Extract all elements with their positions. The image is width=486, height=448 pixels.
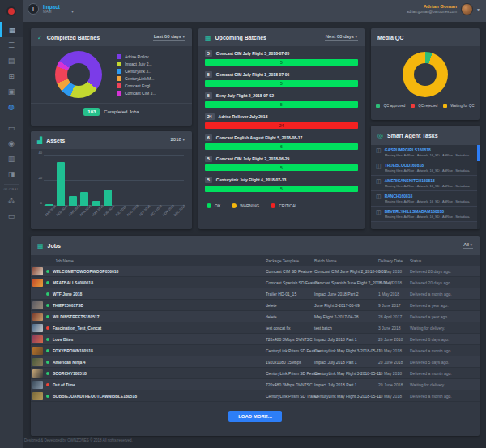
load-more-button[interactable]: LOAD MORE... xyxy=(228,411,282,422)
sidebar-item-review[interactable]: ◉ xyxy=(0,135,23,151)
task-text: RANCH160818Missing files: AdRise - Artwo… xyxy=(385,194,471,203)
status-dot xyxy=(46,383,49,386)
sidebar-item-calendar[interactable]: ▣ xyxy=(0,83,23,99)
sidebar-item-screens[interactable]: ▭ xyxy=(0,208,23,224)
job-name-cell: WELCOMETOWOOPWOOP050618 xyxy=(31,267,266,275)
x-tick-label: MAR 2018 xyxy=(67,208,76,217)
sidebar-item-dashboard[interactable]: ▦ xyxy=(0,22,23,37)
job-thumbnail xyxy=(32,301,43,309)
legend-item: CenturyLink M... xyxy=(117,76,156,81)
scrollbar-thumb[interactable] xyxy=(477,145,480,161)
batch-name-cell: May Flight 2-2017-04-28 xyxy=(314,314,378,319)
sidebar-item-web[interactable]: ◍ xyxy=(0,99,23,114)
table-row[interactable]: WELCOMETOWOOPWOOP050618Comcast CIM SD Fe… xyxy=(31,266,480,277)
y-tick-label: 0 xyxy=(36,201,42,205)
upcoming-batch-item[interactable]: 5Comcast CIM July Flight 5_2018-07-205 xyxy=(205,50,358,66)
user-email: adrian.goman@ownzones.com xyxy=(407,10,457,15)
table-row[interactable]: Fascination_Test_Concattest concat fixte… xyxy=(31,322,480,334)
table-row[interactable]: BOBBIEJOANDTHEOUTLAWNIBBLE180518CenturyL… xyxy=(31,390,480,402)
job-name: Love Bites xyxy=(53,337,73,342)
sidebar-item-library[interactable]: ▥ xyxy=(0,151,23,166)
progress-bar: 6 xyxy=(205,143,358,150)
smart-task-item[interactable]: ◫RANCH160818Missing files: AdRise - Artw… xyxy=(371,191,480,207)
upcoming-batch-item[interactable]: 5Centurylink July Flight 4_2018-07-135 xyxy=(205,177,358,192)
job-thumbnail xyxy=(32,279,43,287)
sidebar-item-storage[interactable]: ▤ xyxy=(0,53,23,68)
legend-label: Comcast CIM J... xyxy=(125,91,156,96)
bar xyxy=(104,190,112,206)
job-name-cell: Love Bites xyxy=(31,335,266,343)
jobs-table-header: Job Name Package Template Batch Name Del… xyxy=(31,255,480,266)
delivery-date-cell: 1 May 2018 xyxy=(378,292,407,297)
job-name-cell: THIEF150617SD xyxy=(31,301,266,309)
table-row[interactable]: Love Bites720x480 3Mbps DVNTSCImpact Jul… xyxy=(31,334,480,345)
batch-name: Comcast English August Flight 5_2018-08-… xyxy=(216,135,303,140)
table-row[interactable]: American Ninja 41920x1080 15MbpsImpact J… xyxy=(31,356,480,368)
sidebar-item-batches[interactable]: ☰ xyxy=(0,37,23,53)
upcoming-range-dropdown[interactable]: Next 60 days ▾ xyxy=(325,34,358,41)
job-thumbnail xyxy=(32,347,43,355)
assets-year-dropdown[interactable]: 2018 ▾ xyxy=(169,137,185,143)
column-header: Job Name xyxy=(31,258,266,263)
chevron-down-icon[interactable]: ▾ xyxy=(71,8,74,14)
sidebar-item-network[interactable]: ⁂ xyxy=(0,193,23,208)
calendar-icon: ▣ xyxy=(8,87,15,96)
task-text: TRUEBLOOD160818Missing files: AdRise - A… xyxy=(385,163,471,173)
jobs-filter-dropdown[interactable]: All ▾ xyxy=(463,242,473,249)
upcoming-batch-item[interactable]: 5Sony July Flight 2_2018-07-025 xyxy=(205,92,358,108)
delivery-date-cell: 20 June 2018 xyxy=(378,360,407,365)
job-name-cell: Out of Time xyxy=(31,381,266,389)
sidebar-item-packages[interactable]: ⊞ xyxy=(0,68,23,83)
table-row[interactable]: FOXYBROWN180518CenturyLink Prism SD Feat… xyxy=(31,345,480,356)
sidebar-item-media[interactable]: ◨ xyxy=(0,166,23,181)
batch-name: Sony July Flight 2_2018-07-02 xyxy=(216,93,274,98)
job-name: BOBBIEJOANDTHEOUTLAWNIBBLE180518 xyxy=(53,394,137,399)
table-row[interactable]: WTF June 2018Trailer HD-01_15Impact June… xyxy=(31,288,480,300)
upcoming-batch-item[interactable]: 6Comcast English August Flight 5_2018-08… xyxy=(205,134,358,150)
workspace-switcher[interactable]: I Impact MAM xyxy=(28,3,60,15)
job-name: Out of Time xyxy=(53,382,75,387)
job-name-cell: SCORCHY180518 xyxy=(31,369,266,378)
logo-icon xyxy=(6,6,16,16)
legend-swatch xyxy=(117,83,122,88)
dashboard-icon: ▦ xyxy=(9,26,16,34)
upcoming-batch-item[interactable]: 24Adrise Rollover July 201824 xyxy=(205,113,358,129)
scrollbar[interactable] xyxy=(477,145,480,229)
legend-dot xyxy=(207,203,211,208)
chevron-down-icon[interactable]: ▾ xyxy=(477,6,480,12)
user-menu[interactable]: Adrian Goman adrian.goman@ownzones.com ▾ xyxy=(407,3,480,15)
x-tick-label: SEP 2018 xyxy=(138,208,147,217)
x-tick-label: JUN 2018 xyxy=(103,208,112,217)
upcoming-batch-item[interactable]: 5Comcast CIM July Flight 2_2018-06-295 xyxy=(205,156,358,171)
screens-icon: ▭ xyxy=(8,212,15,220)
smart-task-item[interactable]: ◫AMERICANSNITCH160818Missing files: AdRi… xyxy=(371,176,480,191)
package-template-cell: CenturyLink Prism SD Feature xyxy=(266,348,314,353)
legend-item: CRITICAL xyxy=(271,203,297,208)
delivery-date-cell: 3 June 2018 xyxy=(378,326,407,331)
package-template-cell: 1920x1080 15Mbps xyxy=(266,360,314,365)
completed-range-dropdown[interactable]: Last 60 days ▾ xyxy=(153,34,185,41)
task-text: GASPUMPGIRLS160818Missing files: AdRise … xyxy=(385,147,471,157)
status-dot xyxy=(46,270,49,273)
table-row[interactable]: MEATBALLS4080618Comcast Spanish SD Featu… xyxy=(31,277,480,288)
batch-name-cell: Impact July 2018 Part 1 xyxy=(314,337,378,342)
legend-swatch xyxy=(117,54,122,59)
x-tick-label: FEB 2018 xyxy=(56,208,65,217)
count-badge: 5 xyxy=(205,92,212,99)
smart-task-item[interactable]: ◫TRUEBLOOD160818Missing files: AdRise - … xyxy=(371,160,480,176)
table-row[interactable]: Out of Time720x480 3Mbps DVNTSCImpact Ju… xyxy=(31,379,480,390)
legend-item: OK xyxy=(207,203,220,208)
chevron-down-icon: ▾ xyxy=(182,137,185,142)
table-row[interactable]: SCORCHY180518CenturyLink Prism SD Featur… xyxy=(31,368,480,379)
upcoming-batch-item[interactable]: 5Comcast CIM July Flight 3_2018-07-065 xyxy=(205,71,358,87)
legend-label: Adrise Rollov... xyxy=(125,54,151,59)
media-qc-donut-chart xyxy=(403,52,448,97)
table-row[interactable]: WILDINSTREETS180517deleteMay Flight 2-20… xyxy=(31,311,480,322)
donut-hole xyxy=(414,63,437,86)
table-row[interactable]: THIEF150617SDdeleteJune Flight 3-2017-06… xyxy=(31,300,480,311)
smart-task-item[interactable]: ◫BEVERLYHILLSMADAM160818Missing files: A… xyxy=(371,207,480,222)
app-logo[interactable] xyxy=(0,0,23,22)
smart-task-item[interactable]: ◫GASPUMPGIRLS160818Missing files: AdRise… xyxy=(371,145,480,160)
sidebar-item-monitor[interactable]: ▭ xyxy=(0,120,23,135)
status-dot xyxy=(46,281,49,284)
